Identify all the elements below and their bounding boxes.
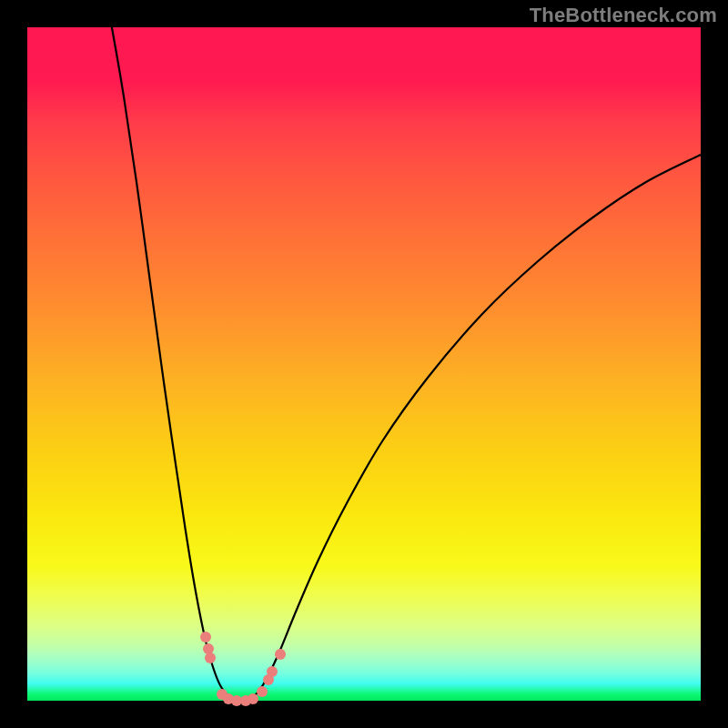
right-branch-curve bbox=[241, 155, 701, 701]
curve-marker bbox=[248, 693, 258, 704]
watermark-text: TheBottleneck.com bbox=[530, 4, 717, 27]
chart-plot-area bbox=[27, 27, 701, 701]
curve-marker bbox=[203, 643, 214, 654]
curve-marker bbox=[200, 632, 211, 642]
left-branch-curve bbox=[111, 23, 241, 701]
curve-marker bbox=[267, 666, 278, 677]
curve-marker bbox=[275, 649, 286, 660]
curve-marker bbox=[205, 652, 216, 663]
bottleneck-curve-svg bbox=[27, 27, 701, 701]
curve-marker bbox=[257, 686, 268, 697]
